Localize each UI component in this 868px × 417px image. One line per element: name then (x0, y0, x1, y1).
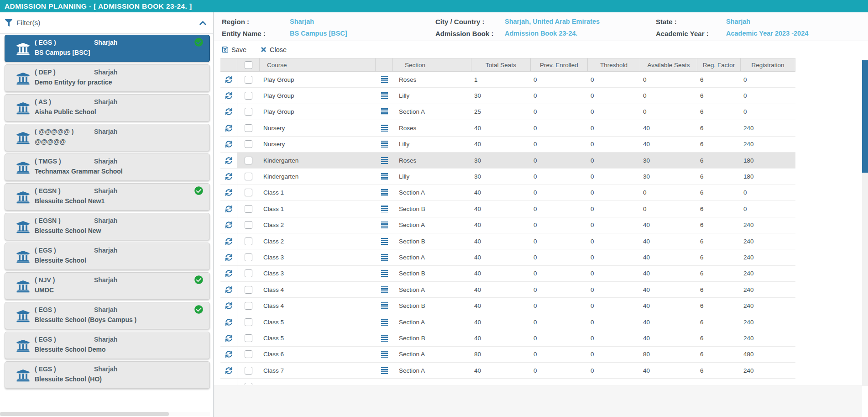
menu-icon[interactable] (381, 157, 388, 164)
menu-icon[interactable] (381, 302, 388, 309)
menu-icon[interactable] (381, 76, 388, 83)
menu-icon[interactable] (381, 125, 388, 132)
row-checkbox[interactable] (245, 157, 252, 164)
menu-icon[interactable] (381, 222, 388, 228)
refresh-icon[interactable] (225, 319, 232, 326)
refresh-icon[interactable] (225, 351, 232, 358)
row-refresh-cell[interactable] (220, 330, 237, 346)
row-checkbox[interactable] (245, 238, 252, 245)
row-checkbox[interactable] (245, 269, 252, 277)
row-refresh-cell[interactable] (220, 249, 237, 265)
refresh-icon[interactable] (225, 157, 232, 164)
row-checkbox[interactable] (245, 140, 252, 148)
row-refresh-cell[interactable] (220, 120, 237, 136)
row-menu-cell[interactable] (376, 72, 393, 87)
menu-icon[interactable] (381, 270, 388, 277)
chevron-up-icon[interactable] (199, 19, 207, 27)
row-checkbox[interactable] (245, 124, 252, 132)
sidebar-school-item[interactable]: ( DEP ) Sharjah Demo Entityy for practic… (5, 64, 210, 92)
row-checkbox[interactable] (245, 350, 252, 358)
refresh-icon[interactable] (225, 335, 232, 342)
row-checkbox[interactable] (245, 173, 252, 180)
menu-icon[interactable] (381, 335, 388, 342)
row-refresh-cell[interactable] (220, 185, 237, 201)
refresh-icon[interactable] (225, 76, 232, 83)
sidebar-school-item[interactable]: ( EGS ) Sharjah BS Campus [BSC] (5, 35, 210, 62)
sidebar-school-item[interactable]: ( EGS ) Sharjah Blessuite School (5, 243, 210, 270)
row-checkbox[interactable] (245, 76, 252, 84)
row-menu-cell[interactable] (376, 298, 393, 313)
row-refresh-cell[interactable] (220, 169, 237, 184)
row-refresh-cell[interactable] (220, 137, 237, 152)
menu-icon[interactable] (381, 351, 388, 358)
menu-icon[interactable] (381, 286, 388, 293)
row-refresh-cell[interactable] (220, 72, 237, 87)
row-checkbox[interactable] (245, 253, 252, 261)
row-checkbox[interactable] (245, 189, 252, 196)
row-menu-cell[interactable] (376, 233, 393, 249)
sidebar-school-item[interactable]: ( EGSN ) Sharjah Blessuite School New1 (5, 183, 210, 211)
menu-icon[interactable] (381, 173, 388, 180)
sidebar-school-item[interactable]: ( EGS ) Sharjah Blessuite School (Boys C… (5, 302, 210, 329)
menu-icon[interactable] (381, 92, 388, 99)
row-menu-cell[interactable] (376, 330, 393, 346)
refresh-icon[interactable] (225, 173, 232, 180)
sidebar-school-item[interactable]: ( TMGS ) Sharjah Technamax Grammar Schoo… (5, 153, 210, 181)
row-refresh-cell[interactable] (220, 282, 237, 297)
refresh-icon[interactable] (225, 92, 232, 99)
row-refresh-cell[interactable] (220, 298, 237, 313)
row-menu-cell[interactable] (376, 266, 393, 281)
refresh-icon[interactable] (225, 141, 232, 148)
row-refresh-cell[interactable] (220, 266, 237, 281)
row-menu-cell[interactable] (376, 137, 393, 152)
menu-icon[interactable] (381, 108, 388, 115)
refresh-icon[interactable] (225, 125, 232, 132)
menu-icon[interactable] (381, 141, 388, 148)
row-refresh-cell[interactable] (220, 104, 237, 120)
refresh-icon[interactable] (225, 254, 232, 261)
refresh-icon[interactable] (225, 270, 232, 277)
row-menu-cell[interactable] (376, 169, 393, 184)
sidebar-school-item[interactable]: ( EGSN ) Sharjah Blessuite School New (5, 213, 210, 240)
row-menu-cell[interactable] (376, 314, 393, 330)
refresh-icon[interactable] (225, 238, 232, 245)
menu-icon[interactable] (381, 189, 388, 196)
menu-icon[interactable] (381, 206, 388, 212)
row-menu-cell[interactable] (376, 120, 393, 136)
row-checkbox[interactable] (245, 302, 252, 310)
row-menu-cell[interactable] (376, 185, 393, 201)
close-button[interactable]: Close (260, 46, 287, 53)
row-checkbox[interactable] (245, 286, 252, 294)
sidebar-school-item[interactable]: ( AS ) Sharjah Aisha Public School (5, 94, 210, 121)
row-menu-cell[interactable] (376, 379, 393, 385)
row-checkbox[interactable] (245, 221, 252, 229)
row-menu-cell[interactable] (376, 217, 393, 233)
menu-icon[interactable] (381, 238, 388, 245)
refresh-icon[interactable] (225, 222, 232, 228)
row-refresh-cell[interactable] (220, 314, 237, 330)
row-menu-cell[interactable] (376, 201, 393, 216)
row-refresh-cell[interactable] (220, 153, 237, 168)
menu-icon[interactable] (381, 254, 388, 261)
row-menu-cell[interactable] (376, 363, 393, 378)
menu-icon[interactable] (381, 367, 388, 374)
save-button[interactable]: Save (222, 46, 246, 53)
row-menu-cell[interactable] (376, 282, 393, 297)
sidebar-school-item[interactable]: ( NJV ) Sharjah UMDC (5, 272, 210, 300)
refresh-icon[interactable] (225, 108, 232, 115)
refresh-icon[interactable] (225, 302, 232, 309)
refresh-icon[interactable] (225, 367, 232, 374)
row-refresh-cell[interactable] (220, 363, 237, 378)
refresh-icon[interactable] (225, 189, 232, 196)
row-refresh-cell[interactable] (220, 201, 237, 216)
row-checkbox[interactable] (245, 367, 252, 375)
sidebar-school-item[interactable]: ( EGS ) Sharjah Blessuite School Demo (5, 332, 210, 359)
scrollbar-thumb[interactable] (862, 60, 868, 173)
row-checkbox[interactable] (245, 108, 252, 116)
row-checkbox[interactable] (245, 205, 252, 213)
row-menu-cell[interactable] (376, 347, 393, 362)
sidebar-horizontal-scrollbar[interactable] (0, 412, 210, 416)
sidebar-school-item[interactable]: ( @@@@@ ) Sharjah @@@@@ (5, 124, 210, 151)
menu-icon[interactable] (381, 319, 388, 326)
row-menu-cell[interactable] (376, 104, 393, 120)
